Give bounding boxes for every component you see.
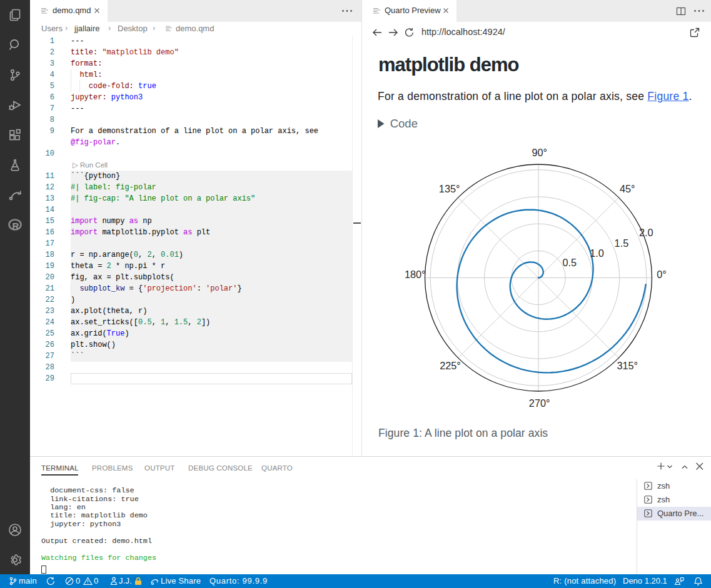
svg-text:90°: 90° bbox=[532, 147, 547, 158]
svg-text:135°: 135° bbox=[439, 183, 460, 194]
svg-text:R: R bbox=[12, 221, 19, 231]
svg-text:2.0: 2.0 bbox=[639, 227, 653, 238]
svg-text:270°: 270° bbox=[529, 397, 550, 409]
svg-text:45°: 45° bbox=[620, 183, 635, 194]
svg-text:0.5: 0.5 bbox=[562, 257, 577, 268]
svg-text:1.0: 1.0 bbox=[590, 247, 604, 259]
svg-text:225°: 225° bbox=[440, 360, 461, 371]
svg-text:1.5: 1.5 bbox=[615, 237, 629, 249]
svg-text:0°: 0° bbox=[657, 269, 667, 280]
svg-text:180°: 180° bbox=[405, 269, 426, 280]
svg-text:315°: 315° bbox=[617, 360, 638, 371]
